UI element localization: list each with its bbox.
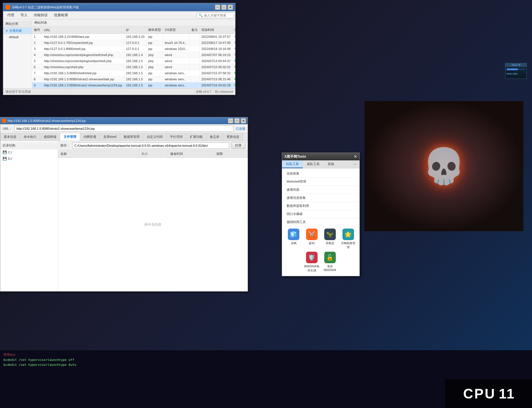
tab-扩展功能[interactable]: 扩展功能 <box>186 133 206 141</box>
second-minimize-button[interactable]: ─ <box>228 118 233 123</box>
tools-titlebar: X黑手网Tools ✕ <box>282 153 359 160</box>
sidebar-item-default-sub[interactable]: default <box>3 34 32 40</box>
url-input[interactable] <box>14 125 233 132</box>
file-empty-message: 表中无内容 <box>58 158 248 291</box>
tab-反弹shell[interactable]: 反弹shell <box>100 133 120 141</box>
cell-time: 2022/08/17 14:47:00 <box>200 40 233 46</box>
tools-menu-item[interactable]: 渗透信息收集 <box>283 194 358 202</box>
cell-status <box>232 34 235 40</box>
tab-命令执行[interactable]: 命令执行 <box>20 133 40 141</box>
tools-tab-其他[interactable]: 其他 <box>324 160 338 168</box>
cell-time: 2024/07/13 03:44:37 <box>200 58 233 64</box>
table-row[interactable]: 8 http://192.168.1.5:8080//struts2-showc… <box>32 76 235 82</box>
table-row[interactable]: 2 http://127.0.0.1:7001/style/shell.jsp … <box>32 40 235 46</box>
cell-id: 2 <box>32 40 42 46</box>
tool-item-天蝎权限管理[interactable]: 🌟 天蝎权限管理 <box>340 229 356 249</box>
skull-decoration: 💀 <box>422 146 466 187</box>
status-version: 冰蝎 v4.0.7 By rebeyond <box>196 90 233 94</box>
tool-item-冰蝎[interactable]: 🧊 冰蝎 <box>286 229 301 249</box>
tool-item-免杀WebShell[interactable]: 🔓 免杀WebShell <box>322 252 338 272</box>
tool-label-蚁剑: 蚁剑 <box>309 241 315 245</box>
tab-备忘录[interactable]: 备忘录 <box>206 133 223 141</box>
cell-time: 2024/07/15 07:58:32 <box>200 70 233 76</box>
cell-note <box>190 40 200 46</box>
cell-time: 2024/07/15 08:15:46 <box>200 76 233 82</box>
menu-import[interactable]: 导入 <box>18 12 30 18</box>
open-button[interactable]: 打开 <box>231 142 245 149</box>
path-label: 路径： <box>60 143 70 148</box>
search-icon: 🔍 <box>199 13 203 17</box>
minimize-button[interactable]: ─ <box>215 5 220 10</box>
menu-batch-check[interactable]: 批量检测 <box>51 12 71 18</box>
maximize-button[interactable]: □ <box>221 5 227 10</box>
close-button[interactable]: ✕ <box>228 5 233 10</box>
url-status: 已连接 <box>236 127 245 131</box>
window-controls: ─ □ ✕ <box>215 5 233 10</box>
menu-proxy[interactable]: 代理 <box>4 12 17 18</box>
tab-内网穿透[interactable]: 内网穿透 <box>80 133 100 141</box>
small-monitor-widget: 25/32 ℃ RAM 3360 <box>505 63 527 79</box>
cell-os: windows serv... <box>163 82 190 88</box>
tools-menu-item[interactable]: Webshell管理 <box>283 178 358 186</box>
tab-文件管理[interactable]: 文件管理 <box>60 133 80 141</box>
second-window-title: http://192.168.1.5:8080/struts2-showcase… <box>8 119 86 123</box>
tool-icon-天蝎权限管理: 🌟 <box>342 229 354 240</box>
sidebar-item-default[interactable]: ▼ 分类列表 <box>3 27 32 34</box>
menu-protocol[interactable]: 传输协议 <box>31 12 51 18</box>
cell-note <box>190 34 200 40</box>
cell-script: jsp <box>147 46 163 52</box>
tool-icon-免杀WebShell: 🔓 <box>324 252 336 263</box>
tools-menu-item[interactable]: 信息收集 <box>283 170 358 178</box>
tools-menu-item[interactable]: 漏洞利用工具 <box>283 218 358 226</box>
dir-tree: 目录结构 💾 C:/ 💾 D:/ <box>0 141 58 291</box>
ram-label: RAM 3360 <box>505 72 527 76</box>
tool-item-哥斯拉[interactable]: 🦖 哥斯拉 <box>322 229 338 249</box>
sidebar-item-label: 分类列表 <box>9 29 22 33</box>
tool-item-蚁剑[interactable]: ⚔️ 蚁剑 <box>304 229 320 249</box>
second-maximize-button[interactable]: □ <box>234 118 240 123</box>
tools-menu-item[interactable]: 弱口令爆破 <box>283 210 358 218</box>
tab-自定义代码[interactable]: 自定义代码 <box>143 133 166 141</box>
drive-d[interactable]: 💾 D:/ <box>0 155 58 162</box>
sidebar: 网站分类 ▼ 分类列表 default <box>3 19 32 88</box>
table-header-bar: 网站列表 <box>32 19 235 26</box>
table-row[interactable]: 3 http://127.0.0.1:8080/shell.jsp 127.0.… <box>32 46 235 52</box>
second-close-button[interactable]: ✕ <box>241 118 246 123</box>
drive-c[interactable]: 💾 C:/ <box>0 149 58 155</box>
tools-menu-item[interactable]: 数据库提取利用 <box>283 202 358 210</box>
main-status-bar: 请勿用于非法用途 冰蝎 v4.0.7 By rebeyond <box>3 88 235 95</box>
tools-tab-蓝队工具[interactable]: 蓝队工具 <box>303 160 324 168</box>
tab-数据库管理[interactable]: 数据库管理 <box>120 133 143 141</box>
tools-close-button[interactable]: ✕ <box>354 154 357 159</box>
tool-item-WebShell免杀生成[interactable]: 🛡️ WebShell免杀生成 <box>304 252 320 272</box>
decorative-monitor: 💀 <box>364 101 523 231</box>
tools-tabs: 红队工具蓝队工具其他⋯ <box>282 160 359 168</box>
table-row[interactable]: 4 http://xheishou.top/content/plugins/sh… <box>32 52 235 58</box>
cpu-display: CPU 11 <box>445 379 532 408</box>
table-row[interactable]: 7 http://192.168.1.5:8080/shell/shell.js… <box>32 70 235 76</box>
tab-虚拟终端[interactable]: 虚拟终端 <box>40 133 60 141</box>
cell-url: http://192.168.3.23:8080/aes.jsp <box>42 34 124 40</box>
main-titlebar: 冰蝎v4.0.7 动态二进制加密Web远程管理客户端 ─ □ ✕ <box>3 3 235 11</box>
tab-更新信息[interactable]: 更新信息 <box>223 133 243 141</box>
path-bar: 路径： 打开 <box>58 141 248 150</box>
col-status: 状态 <box>232 26 235 34</box>
tab-基本信息[interactable]: 基本信息 <box>0 133 20 141</box>
cell-ip: 192.168.3.23 <box>124 34 146 40</box>
table-row[interactable]: 5 http://xheishou.top/content/plugins/ti… <box>32 58 235 64</box>
sites-table: 编号 URL IP 脚本类型 OS类型 备注 添加时间 状态 1 http://… <box>32 26 235 88</box>
cell-ip: 192.168.1.5 <box>124 82 146 88</box>
tools-tab-红队工具[interactable]: 红队工具 <box>282 160 303 168</box>
path-input[interactable] <box>72 142 229 149</box>
tools-menu-item[interactable]: 渗透利器 <box>283 186 358 194</box>
table-row[interactable]: 1 http://192.168.3.23:8080/aes.jsp 192.1… <box>32 34 235 40</box>
search-input[interactable] <box>204 14 232 17</box>
table-row[interactable]: 9 http://192.168.1.5:8080/struts2-showca… <box>32 82 235 88</box>
tools-tab-more[interactable]: ⋯ <box>351 160 359 168</box>
cell-os: winnt <box>163 52 190 58</box>
drive-d-icon: 💾 <box>3 157 7 161</box>
cell-note <box>190 52 200 58</box>
table-row[interactable]: 6 http://xheishou.top/shell.php 192.168.… <box>32 64 235 70</box>
tab-平行空间[interactable]: 平行空间 <box>166 133 186 141</box>
drive-d-label: D:/ <box>8 157 12 160</box>
